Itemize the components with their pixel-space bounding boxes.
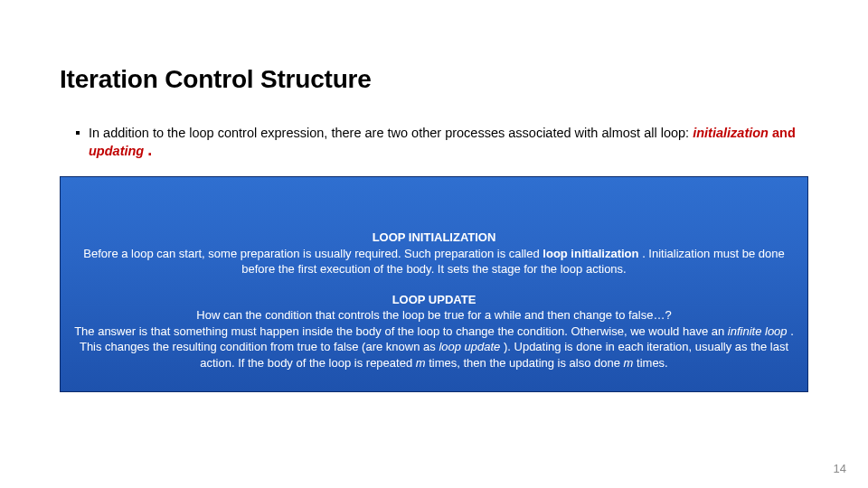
init-p1b: loop initialization xyxy=(542,247,638,260)
upd-p2g: times, then the updating is also done xyxy=(429,356,623,370)
upd-p2d: loop update xyxy=(439,340,500,353)
page-number: 14 xyxy=(834,462,846,475)
bullet-icon xyxy=(76,131,80,135)
upd-p2h: m xyxy=(624,356,634,370)
section-body-update: The answer is that something must happen… xyxy=(71,324,797,371)
bullet-text: In addition to the loop control expressi… xyxy=(89,125,808,160)
bullet-item: In addition to the loop control expressi… xyxy=(60,125,808,160)
upd-p2a: The answer is that something must happen… xyxy=(74,324,728,338)
section-title-initialization: LOOP INITIALIZATION xyxy=(71,230,797,246)
slide: Iteration Control Structure In addition … xyxy=(0,0,868,488)
upd-p2b: infinite loop xyxy=(728,324,788,338)
section-initialization: LOOP INITIALIZATION Before a loop can st… xyxy=(71,230,797,277)
update-question: How can the condition that controls the … xyxy=(71,307,797,324)
section-title-update: LOOP UPDATE xyxy=(71,292,797,308)
keyword-dot: . xyxy=(147,141,152,159)
section-update: LOOP UPDATE How can the condition that c… xyxy=(71,292,797,371)
keyword-initialization: initialization xyxy=(693,126,769,140)
slide-title: Iteration Control Structure xyxy=(60,65,808,94)
upd-p2i: times. xyxy=(637,356,668,370)
upd-p2f: m xyxy=(416,356,426,370)
keyword-and: and xyxy=(772,126,796,140)
keyword-updating: updating xyxy=(89,144,144,158)
info-card: LOOP INITIALIZATION Before a loop can st… xyxy=(60,176,808,391)
bullet-lead: In addition to the loop control expressi… xyxy=(89,126,693,140)
init-p1a: Before a loop can start, some preparatio… xyxy=(83,247,542,260)
section-body-initialization: Before a loop can start, some preparatio… xyxy=(71,246,797,277)
